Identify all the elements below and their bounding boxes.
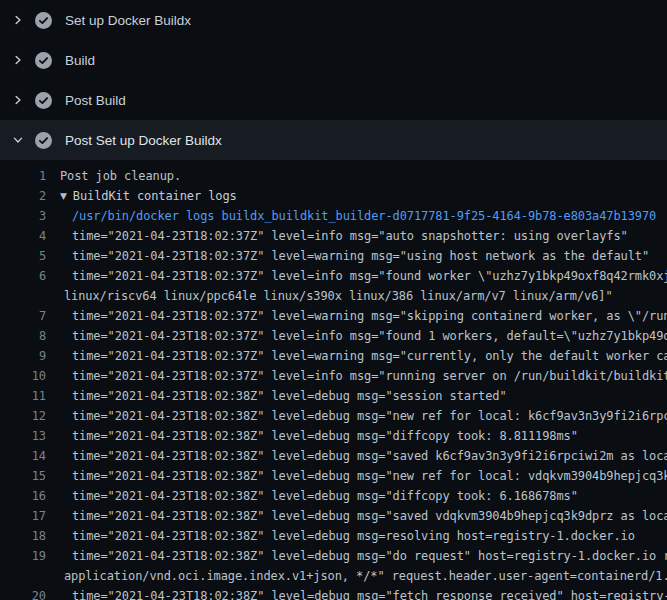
- log-line-number[interactable]: 8: [0, 326, 46, 346]
- log-text: time="2021-04-23T18:02:37Z" level=info m…: [46, 326, 667, 346]
- log-lines: 1Post job cleanup.2▼BuildKit container l…: [0, 160, 667, 600]
- log-line-number[interactable]: 7: [0, 306, 46, 326]
- log-line: 1Post job cleanup.: [0, 166, 667, 186]
- step-row-build[interactable]: Build: [0, 40, 667, 80]
- log-line: 11time="2021-04-23T18:02:38Z" level=debu…: [0, 386, 667, 406]
- log-line: 2▼BuildKit container logs: [0, 186, 667, 206]
- log-text: time="2021-04-23T18:02:37Z" level=info m…: [46, 226, 628, 246]
- log-line-gutter: [0, 566, 46, 586]
- check-circle-icon: [35, 52, 52, 69]
- step-label: Post Set up Docker Buildx: [65, 133, 222, 148]
- log-line-number[interactable]: 14: [0, 446, 46, 466]
- log-text: application/vnd.oci.image.index.v1+json,…: [46, 566, 667, 586]
- log-line: 19time="2021-04-23T18:02:38Z" level=debu…: [0, 546, 667, 566]
- log-line: 3/usr/bin/docker logs buildx_buildkit_bu…: [0, 206, 667, 226]
- log-text: time="2021-04-23T18:02:38Z" level=debug …: [46, 486, 578, 506]
- log-line-number[interactable]: 17: [0, 506, 46, 526]
- log-group-label: BuildKit container logs: [73, 189, 237, 203]
- step-row-set-up-docker-buildx[interactable]: Set up Docker Buildx: [0, 0, 667, 40]
- step-label: Set up Docker Buildx: [65, 13, 191, 28]
- log-text: time="2021-04-23T18:02:38Z" level=debug …: [46, 526, 635, 546]
- log-line-number[interactable]: 5: [0, 246, 46, 266]
- log-text: time="2021-04-23T18:02:38Z" level=debug …: [46, 386, 507, 406]
- log-text: time="2021-04-23T18:02:37Z" level=info m…: [46, 366, 667, 386]
- check-circle-icon: [35, 12, 52, 29]
- log-text: time="2021-04-23T18:02:38Z" level=debug …: [46, 586, 667, 600]
- step-row-post-set-up-docker-buildx[interactable]: Post Set up Docker Buildx: [0, 120, 667, 160]
- log-text: time="2021-04-23T18:02:38Z" level=debug …: [46, 546, 667, 566]
- log-text: time="2021-04-23T18:02:38Z" level=debug …: [46, 426, 578, 446]
- actions-log-viewer: Set up Docker BuildxBuildPost BuildPost …: [0, 0, 667, 600]
- log-line-number[interactable]: 9: [0, 346, 46, 366]
- log-text: Post job cleanup.: [46, 166, 181, 186]
- log-line-number[interactable]: 6: [0, 266, 46, 286]
- log-text: time="2021-04-23T18:02:37Z" level=warnin…: [46, 346, 667, 366]
- log-text: time="2021-04-23T18:02:38Z" level=debug …: [46, 406, 667, 426]
- log-line: 20time="2021-04-23T18:02:38Z" level=debu…: [0, 586, 667, 600]
- log-line: 9time="2021-04-23T18:02:37Z" level=warni…: [0, 346, 667, 366]
- log-line: 13time="2021-04-23T18:02:38Z" level=debu…: [0, 426, 667, 446]
- log-line-number[interactable]: 1: [0, 166, 46, 186]
- log-text[interactable]: ▼BuildKit container logs: [46, 186, 237, 206]
- log-line: 10time="2021-04-23T18:02:37Z" level=info…: [0, 366, 667, 386]
- triangle-down-icon[interactable]: ▼: [60, 186, 67, 206]
- log-line-number[interactable]: 15: [0, 466, 46, 486]
- log-line-number[interactable]: 3: [0, 206, 46, 226]
- chevron-right-icon[interactable]: [12, 14, 24, 26]
- log-line-number[interactable]: 13: [0, 426, 46, 446]
- log-line-number[interactable]: 10: [0, 366, 46, 386]
- chevron-down-icon[interactable]: [12, 134, 24, 146]
- steps-list: Set up Docker BuildxBuildPost BuildPost …: [0, 0, 667, 160]
- log-line: 6time="2021-04-23T18:02:37Z" level=info …: [0, 266, 667, 286]
- log-line-number[interactable]: 18: [0, 526, 46, 546]
- log-line-number[interactable]: 11: [0, 386, 46, 406]
- log-text: time="2021-04-23T18:02:37Z" level=warnin…: [46, 306, 667, 326]
- log-command-text: /usr/bin/docker logs buildx_buildkit_bui…: [46, 206, 656, 226]
- check-circle-icon: [35, 132, 52, 149]
- log-line: 5time="2021-04-23T18:02:37Z" level=warni…: [0, 246, 667, 266]
- step-label: Build: [65, 53, 95, 68]
- log-line: 15time="2021-04-23T18:02:38Z" level=debu…: [0, 466, 667, 486]
- check-circle-icon: [35, 92, 52, 109]
- log-line: 12time="2021-04-23T18:02:38Z" level=debu…: [0, 406, 667, 426]
- log-line-number[interactable]: 2: [0, 186, 46, 206]
- log-line-number[interactable]: 12: [0, 406, 46, 426]
- log-text: time="2021-04-23T18:02:38Z" level=debug …: [46, 466, 667, 486]
- chevron-right-icon[interactable]: [12, 54, 24, 66]
- chevron-right-icon[interactable]: [12, 94, 24, 106]
- log-line-number[interactable]: 4: [0, 226, 46, 246]
- log-text: time="2021-04-23T18:02:37Z" level=warnin…: [46, 246, 649, 266]
- log-line: 16time="2021-04-23T18:02:38Z" level=debu…: [0, 486, 667, 506]
- log-line-number[interactable]: 20: [0, 586, 46, 600]
- log-line: 17time="2021-04-23T18:02:38Z" level=debu…: [0, 506, 667, 526]
- log-text: time="2021-04-23T18:02:38Z" level=debug …: [46, 446, 667, 466]
- log-line: 18time="2021-04-23T18:02:38Z" level=debu…: [0, 526, 667, 546]
- log-text: time="2021-04-23T18:02:38Z" level=debug …: [46, 506, 667, 526]
- log-line-wrap: application/vnd.oci.image.index.v1+json,…: [0, 566, 667, 586]
- step-row-post-build[interactable]: Post Build: [0, 80, 667, 120]
- log-text: time="2021-04-23T18:02:37Z" level=info m…: [46, 266, 667, 286]
- log-line-number[interactable]: 19: [0, 546, 46, 566]
- log-line-wrap: linux/riscv64 linux/ppc64le linux/s390x …: [0, 286, 667, 306]
- log-text: linux/riscv64 linux/ppc64le linux/s390x …: [46, 286, 613, 306]
- log-line: 14time="2021-04-23T18:02:38Z" level=debu…: [0, 446, 667, 466]
- step-label: Post Build: [65, 93, 126, 108]
- log-line-gutter: [0, 286, 46, 306]
- log-line: 4time="2021-04-23T18:02:37Z" level=info …: [0, 226, 667, 246]
- log-line: 7time="2021-04-23T18:02:37Z" level=warni…: [0, 306, 667, 326]
- log-line: 8time="2021-04-23T18:02:37Z" level=info …: [0, 326, 667, 346]
- log-line-number[interactable]: 16: [0, 486, 46, 506]
